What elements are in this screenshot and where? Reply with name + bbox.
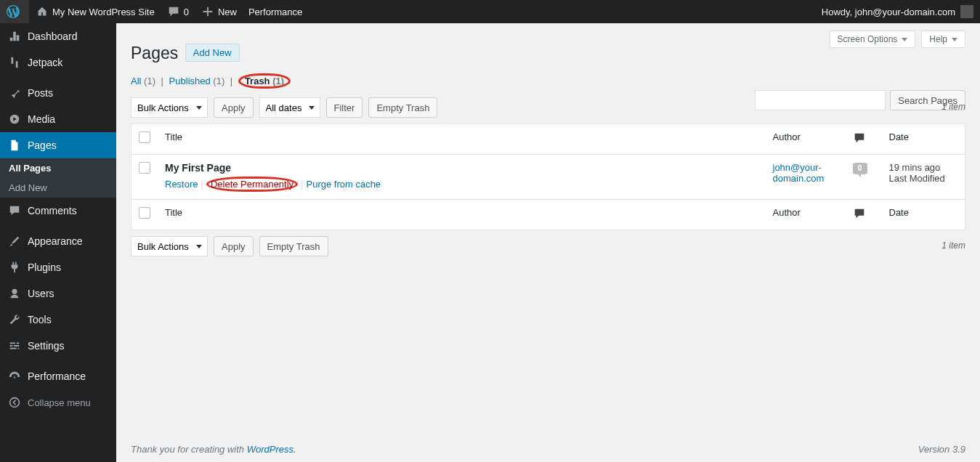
dashboard-icon bbox=[7, 29, 22, 44]
sidebar-label: Media bbox=[28, 113, 55, 125]
screen-options-label: Screen Options bbox=[838, 34, 898, 44]
select-all-top[interactable] bbox=[139, 131, 150, 143]
date-relative: 19 mins ago bbox=[889, 162, 941, 173]
dates-select[interactable]: All dates bbox=[259, 97, 320, 118]
col-author-foot: Author bbox=[766, 200, 846, 230]
screen-options-toggle[interactable]: Screen Options bbox=[830, 31, 916, 48]
sidebar-item-media[interactable]: Media bbox=[0, 106, 116, 132]
collapse-icon bbox=[7, 395, 22, 410]
col-date[interactable]: Date bbox=[889, 131, 909, 142]
plug-icon bbox=[7, 260, 22, 275]
select-all-bottom[interactable] bbox=[139, 207, 150, 219]
filter-all[interactable]: All (1) bbox=[131, 76, 155, 86]
wrench-icon bbox=[7, 312, 22, 327]
comment-icon bbox=[853, 131, 866, 145]
wordpress-icon bbox=[6, 4, 20, 19]
sidebar-label: Posts bbox=[28, 87, 53, 99]
sidebar-item-appearance[interactable]: Appearance bbox=[0, 228, 116, 254]
col-author: Author bbox=[766, 124, 846, 155]
site-name-menu[interactable]: My New WordPress Site bbox=[29, 0, 161, 23]
sidebar-label: Plugins bbox=[28, 262, 61, 273]
bulk-actions-select-top[interactable]: Bulk Actions bbox=[131, 97, 208, 118]
performance-menu[interactable]: Performance bbox=[243, 0, 308, 23]
apply-button-bottom[interactable]: Apply bbox=[214, 236, 254, 256]
add-new-button[interactable]: Add New bbox=[185, 44, 240, 62]
gauge-icon bbox=[7, 369, 22, 384]
sidebar-item-comments[interactable]: Comments bbox=[0, 198, 116, 224]
sidebar-submenu-pages: All Pages Add New bbox=[0, 158, 116, 198]
comment-icon bbox=[166, 4, 181, 19]
avatar-icon bbox=[960, 4, 974, 19]
items-count-top: 1 item bbox=[941, 102, 965, 112]
sidebar-item-users[interactable]: Users bbox=[0, 280, 116, 307]
main-content: Screen Options Help Pages Add New All (1… bbox=[116, 23, 980, 462]
sidebar-label: Appearance bbox=[28, 235, 83, 247]
delete-permanently-link[interactable]: Delete Permanently bbox=[211, 179, 293, 190]
admin-bar: My New WordPress Site 0 New Performance … bbox=[0, 0, 980, 23]
help-label: Help bbox=[929, 34, 947, 44]
sidebar-item-performance[interactable]: Performance bbox=[0, 363, 116, 389]
performance-label: Performance bbox=[248, 7, 302, 17]
row-checkbox[interactable] bbox=[139, 162, 150, 174]
table-row: My First Page Restore|Delete Permanently… bbox=[131, 155, 965, 200]
col-comments-foot bbox=[846, 200, 882, 230]
collapse-label: Collapse menu bbox=[28, 397, 91, 408]
apply-button-top[interactable]: Apply bbox=[214, 97, 254, 118]
footer-thanks: Thank you for creating with bbox=[131, 444, 247, 455]
admin-sidebar: Dashboard Jetpack Posts Media Pages All … bbox=[0, 23, 116, 462]
account-menu[interactable]: Howdy, john@your-domain.com bbox=[816, 0, 980, 23]
sidebar-item-jetpack[interactable]: Jetpack bbox=[0, 49, 116, 76]
sidebar-item-settings[interactable]: Settings bbox=[0, 333, 116, 359]
site-name-label: My New WordPress Site bbox=[52, 7, 155, 17]
purge-cache-link[interactable]: Purge from cache bbox=[306, 179, 381, 190]
svg-rect-0 bbox=[960, 5, 973, 18]
svg-rect-2 bbox=[16, 61, 18, 68]
home-icon bbox=[35, 4, 49, 19]
comment-icon bbox=[853, 207, 866, 220]
pin-icon bbox=[7, 86, 22, 100]
author-link[interactable]: john@your-domain.com bbox=[773, 162, 825, 184]
sidebar-item-dashboard[interactable]: Dashboard bbox=[0, 23, 116, 49]
date-status: Last Modified bbox=[889, 173, 945, 184]
sidebar-item-plugins[interactable]: Plugins bbox=[0, 254, 116, 280]
row-actions: Restore|Delete Permanently|Purge from ca… bbox=[165, 177, 758, 192]
filter-button[interactable]: Filter bbox=[326, 97, 363, 118]
col-title-foot: Title bbox=[158, 200, 766, 230]
new-content-menu[interactable]: New bbox=[195, 0, 243, 23]
wp-logo-menu[interactable] bbox=[0, 0, 29, 23]
svg-point-3 bbox=[10, 398, 20, 408]
empty-trash-button-top[interactable]: Empty Trash bbox=[368, 97, 437, 118]
sidebar-subitem-all-pages[interactable]: All Pages bbox=[0, 158, 116, 178]
chevron-down-icon bbox=[952, 38, 957, 41]
sidebar-label: Settings bbox=[28, 340, 65, 352]
empty-trash-button-bottom[interactable]: Empty Trash bbox=[259, 236, 328, 256]
sidebar-subitem-add-new[interactable]: Add New bbox=[0, 178, 116, 198]
sidebar-label: Jetpack bbox=[28, 57, 62, 68]
sidebar-item-tools[interactable]: Tools bbox=[0, 307, 116, 333]
sidebar-item-pages[interactable]: Pages bbox=[0, 132, 116, 158]
help-toggle[interactable]: Help bbox=[921, 31, 965, 48]
col-comments[interactable] bbox=[846, 124, 882, 155]
sidebar-label: Users bbox=[28, 288, 54, 299]
annotation-circle-trash: Trash (1) bbox=[238, 73, 291, 89]
sidebar-item-posts[interactable]: Posts bbox=[0, 80, 116, 106]
admin-footer: Thank you for creating with WordPress. V… bbox=[131, 437, 965, 462]
sidebar-label: Pages bbox=[28, 139, 57, 151]
collapse-menu[interactable]: Collapse menu bbox=[0, 389, 116, 416]
sidebar-label: Dashboard bbox=[28, 31, 78, 42]
jetpack-icon bbox=[7, 55, 22, 70]
brush-icon bbox=[7, 234, 22, 248]
col-title[interactable]: Title bbox=[165, 131, 182, 142]
comments-menu[interactable]: 0 bbox=[161, 0, 195, 23]
restore-link[interactable]: Restore bbox=[165, 179, 198, 190]
svg-rect-1 bbox=[12, 57, 14, 64]
items-count-bottom: 1 item bbox=[941, 240, 965, 251]
col-date-foot: Date bbox=[882, 200, 965, 230]
wordpress-link[interactable]: WordPress bbox=[247, 444, 293, 455]
filter-trash[interactable]: Trash (1) bbox=[245, 76, 284, 86]
comment-count-bubble[interactable]: 0 bbox=[853, 163, 867, 174]
annotation-circle-delete: Delete Permanently bbox=[206, 177, 298, 192]
new-label: New bbox=[218, 7, 237, 17]
filter-published[interactable]: Published (1) bbox=[169, 76, 225, 86]
bulk-actions-select-bottom[interactable]: Bulk Actions bbox=[131, 236, 208, 256]
